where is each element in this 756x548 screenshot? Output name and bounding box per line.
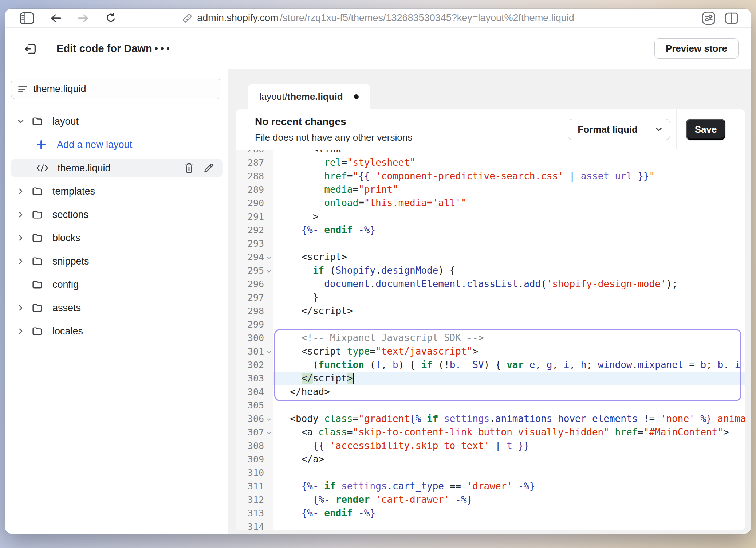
code-line-300[interactable]: 300 <!-- Mixpanel Javascript SDK --> [236,331,745,345]
line-number: 289 [236,184,264,195]
folder-icon [31,209,43,220]
code-editor[interactable]: 286 <link287 rel="stylesheet"288 href="{… [236,150,745,530]
code-line-296[interactable]: 296 document.documentElement.classList.a… [236,277,745,291]
trash-icon[interactable] [184,163,194,174]
code-line-306[interactable]: 306 <body class="gradient{% if settings.… [236,412,745,426]
code-line-301[interactable]: 301 <script type="text/javascript"> [236,345,745,358]
gutter-spacer [264,150,273,150]
forward-icon[interactable] [77,12,90,24]
code-line-298[interactable]: 298 </script> [236,304,745,318]
format-liquid-label[interactable]: Format liquid [568,119,647,140]
code-line-313[interactable]: 313 {%- endif -%} [236,506,745,520]
sidebar-item-label: theme.liquid [58,163,111,174]
sidebar-item-snippets[interactable]: snippets [11,252,223,270]
chevron-right-icon[interactable] [16,233,25,243]
code-line-308[interactable]: 308 {{ 'accessibility.skip_to_text' | t … [236,439,745,453]
code-line-303[interactable]: 303 </script> [236,372,745,385]
code-line-299[interactable]: 299 [236,318,745,331]
search-input[interactable] [33,83,215,95]
gutter-spacer [264,216,273,218]
code-lines: 286 <link287 rel="stylesheet"288 href="{… [236,150,745,530]
format-dropdown-chevron-icon[interactable] [647,119,670,140]
sidebar-item-templates[interactable]: templates [11,182,223,200]
line-number: 308 [236,441,264,451]
exit-icon[interactable] [24,42,37,55]
header-divider [676,109,677,149]
save-button[interactable]: Save [686,119,725,140]
sidebar-toggle-icon[interactable] [20,12,34,24]
chevron-right-icon[interactable] [16,326,25,336]
sidebar-item-blocks[interactable]: blocks [11,229,223,247]
code-line-286[interactable]: 286 <link [236,150,745,156]
back-icon[interactable] [50,12,62,24]
sidebar-item-config[interactable]: config [11,275,223,294]
fold-toggle-icon[interactable] [264,415,273,423]
code-line-293[interactable]: 293 [236,237,745,250]
code-line-292[interactable]: 292 {%- endif -%} [236,223,745,237]
code-line-307[interactable]: 307 <a class="skip-to-content-link butto… [236,426,745,439]
browser-toolbar: admin.shopify.com/store/rzq1xu-f5/themes… [5,9,751,28]
code-line-290[interactable]: 290 onload="this.media='all'" [236,196,745,210]
code-line-305[interactable]: 305 [236,399,745,412]
chevron-down-icon[interactable] [16,117,25,126]
fold-toggle-icon[interactable] [264,267,273,274]
folder-icon [31,255,43,267]
file-search[interactable] [11,79,221,99]
address-bar[interactable]: admin.shopify.com/store/rzq1xu-f5/themes… [182,9,574,27]
page-title: Edit code for Dawn [56,42,152,54]
code-line-text: {{ 'accessibility.skip_to_text' | t }} [273,439,745,453]
editor-card-header: No recent changes File does not have any… [236,109,745,149]
format-liquid-button[interactable]: Format liquid [568,119,670,140]
fold-toggle-icon[interactable] [264,428,273,436]
more-actions-icon[interactable] [155,47,169,50]
code-line-289[interactable]: 289 media="print" [236,183,745,196]
line-number: 286 [236,150,264,154]
preview-store-button[interactable]: Preview store [654,38,739,59]
gutter-spacer [264,391,273,393]
code-line-314[interactable]: 314 [236,520,745,530]
gutter-spacer [264,283,273,285]
sidebar-item-add-a-new-layout[interactable]: Add a new layout [11,136,223,154]
line-number: 290 [236,198,264,208]
code-line-311[interactable]: 311 {%- if settings.cart_type == 'drawer… [236,480,745,493]
page-settings-icon[interactable] [701,11,716,26]
line-number: 291 [236,211,264,222]
code-line-287[interactable]: 287 rel="stylesheet" [236,156,745,169]
split-view-icon[interactable] [725,12,739,24]
code-line-297[interactable]: 297 } [236,291,745,304]
sidebar-item-assets[interactable]: assets [11,299,223,317]
line-number: 295 [236,265,264,276]
desktop: { "browser": { "url_domain": "admin.shop… [0,0,756,548]
chevron-right-icon[interactable] [16,257,25,266]
folder-icon [31,279,43,290]
chevron-right-icon[interactable] [16,187,25,196]
reload-icon[interactable] [105,12,117,24]
code-line-291[interactable]: 291 > [236,210,745,223]
code-line-310[interactable]: 310 [236,466,745,480]
code-line-309[interactable]: 309 </a> [236,453,745,466]
fold-toggle-icon[interactable] [264,348,273,355]
pencil-icon[interactable] [203,163,214,173]
code-line-312[interactable]: 312 {%- render 'cart-drawer' -%} [236,493,745,506]
line-number: 314 [236,521,264,530]
folder-icon [31,325,43,337]
code-line-294[interactable]: 294 <script> [236,250,745,264]
chevron-right-icon[interactable] [16,210,25,219]
sidebar-item-layout[interactable]: layout [11,112,223,130]
code-line-304[interactable]: 304 </head> [236,385,745,399]
fold-toggle-icon[interactable] [264,253,273,261]
gutter-spacer [264,526,273,528]
code-line-288[interactable]: 288 href="{{ 'component-predictive-searc… [236,169,745,183]
chevron-right-icon[interactable] [16,303,25,313]
code-line-302[interactable]: 302 (function (f, b) { if (!b.__SV) { va… [236,358,745,372]
sidebar-item-locales[interactable]: locales [11,322,223,340]
code-line-text: onload="this.media='all'" [273,196,745,210]
tab-theme-liquid[interactable]: layout/theme.liquid [248,84,370,109]
line-number: 299 [236,319,264,330]
folder-icon [31,116,43,127]
filter-icon [17,83,28,94]
sidebar-item-theme-liquid[interactable]: theme.liquid [11,159,223,177]
code-line-295[interactable]: 295 if (Shopify.designMode) { [236,264,745,277]
line-number: 297 [236,292,264,303]
sidebar-item-sections[interactable]: sections [11,206,223,224]
